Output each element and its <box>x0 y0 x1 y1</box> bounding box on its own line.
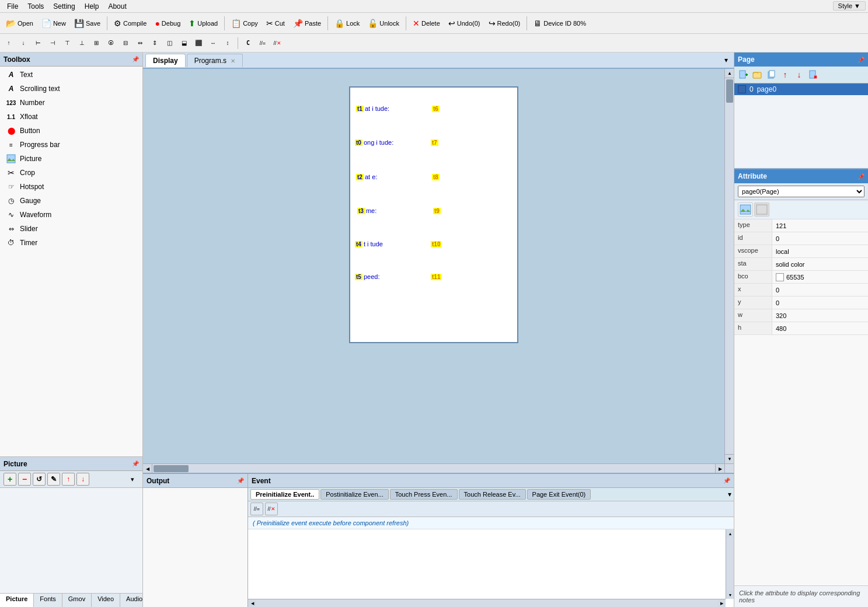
menu-setting[interactable]: Setting <box>48 1 79 12</box>
toolbox-item-button[interactable]: ⬤ Button <box>0 124 142 138</box>
menu-help[interactable]: Help <box>80 1 104 12</box>
page-down[interactable]: ↓ <box>793 68 806 81</box>
paste-button[interactable]: 📌 Paste <box>290 17 325 30</box>
hscroll-right[interactable]: ▶ <box>715 464 724 473</box>
event-tab-preinit[interactable]: Preinitialize Event.. <box>250 489 319 500</box>
picture-remove[interactable]: − <box>18 473 31 486</box>
attribute-selector[interactable]: page0(Page) <box>738 186 864 197</box>
attr-icon-secondary[interactable] <box>754 203 769 217</box>
toolbox-item-text[interactable]: A Text <box>0 68 142 82</box>
lock-button[interactable]: 🔒 Lock <box>331 17 363 30</box>
canvas-inner[interactable]: t1 at i tude: t6 t0 ong i tude: t7 t <box>143 69 724 463</box>
page-copy[interactable] <box>765 68 778 81</box>
align-top[interactable]: ⊤ <box>61 37 74 50</box>
attr-row-x[interactable]: x 0 <box>734 284 868 296</box>
picture-refresh[interactable]: ↺ <box>33 473 46 486</box>
style-button[interactable]: Style ▼ <box>833 1 866 11</box>
picture-add[interactable]: + <box>4 473 16 486</box>
tab-video[interactable]: Video <box>92 594 120 607</box>
picture-edit[interactable]: ✎ <box>47 473 60 486</box>
redo-button[interactable]: ↪ Redo(0) <box>485 17 524 30</box>
format-btn2[interactable]: // ✕ <box>271 37 284 50</box>
distribute-v[interactable]: ⊟ <box>119 37 132 50</box>
picture-down[interactable]: ↓ <box>76 473 89 486</box>
event-tab-postinit[interactable]: Postinitialize Even... <box>320 489 388 500</box>
event-vscroll[interactable]: ▲ ▼ <box>726 529 734 599</box>
menu-about[interactable]: About <box>103 1 131 12</box>
event-tab-pageexit[interactable]: Page Exit Event(0) <box>527 489 591 500</box>
cut-button[interactable]: ✂ Cut <box>263 17 288 30</box>
page-item-page0[interactable]: 0 page0 <box>734 83 868 95</box>
attr-row-w[interactable]: w 320 <box>734 309 868 322</box>
align-up[interactable]: ↑ <box>2 37 15 50</box>
toolbox-pin[interactable]: 📌 <box>132 56 139 62</box>
toolbox-item-timer[interactable]: ⏱ Timer <box>0 236 142 250</box>
align-left-edge[interactable]: ⊢ <box>32 37 44 50</box>
attr-row-type[interactable]: type 121 <box>734 219 868 232</box>
save-button[interactable]: 💾 Save <box>71 17 104 30</box>
same-height[interactable]: ⬓ <box>177 37 190 50</box>
page-new[interactable] <box>737 68 750 81</box>
canvas-vscroll[interactable]: ▲ ▼ <box>724 69 734 463</box>
attr-row-h[interactable]: h 480 <box>734 322 868 335</box>
device-button[interactable]: 🖥 Device ID 80% <box>530 17 590 30</box>
page-up[interactable]: ↑ <box>779 68 792 81</box>
open-button[interactable]: 📂 Open <box>2 17 37 30</box>
spacing-h[interactable]: ⇔ <box>134 37 147 50</box>
event-editor[interactable]: ▲ ▼ ◀ ▶ <box>248 529 734 607</box>
tab-fonts[interactable]: Fonts <box>34 594 62 607</box>
page-delete[interactable] <box>807 68 820 81</box>
event-code-btn1[interactable]: //= <box>250 503 263 515</box>
tab-dropdown[interactable]: ▾ <box>721 55 731 65</box>
attribute-pin[interactable]: 📌 <box>857 173 864 180</box>
copy-button[interactable]: 📋 Copy <box>228 17 262 30</box>
vscroll-down[interactable]: ▼ <box>725 454 734 463</box>
toolbox-item-scrolling-text[interactable]: A Scrolling text <box>0 82 142 96</box>
align-center-h[interactable]: ⊞ <box>90 37 103 50</box>
toolbox-item-number[interactable]: 123 Number <box>0 96 142 110</box>
event-vscroll-down[interactable]: ▼ <box>726 591 734 599</box>
attr-row-vscope[interactable]: vscope local <box>734 245 868 258</box>
toolbox-item-hotspot[interactable]: ☞ Hotspot <box>0 180 142 194</box>
toolbox-item-gauge[interactable]: ◷ Gauge <box>0 194 142 208</box>
attr-row-bco[interactable]: bco 65535 <box>734 271 868 284</box>
event-hscroll-right[interactable]: ▶ <box>717 599 726 607</box>
vscroll-up[interactable]: ▲ <box>725 69 734 78</box>
resize-w[interactable]: ↔ <box>207 37 219 50</box>
unlock-button[interactable]: 🔓 Unlock <box>364 17 403 30</box>
undo-button[interactable]: ↩ Undo(0) <box>445 17 484 30</box>
tab-gmov[interactable]: Gmov <box>62 594 92 607</box>
tab-program[interactable]: Program.s ✕ <box>187 54 243 67</box>
toolbox-item-xfloat[interactable]: 1.1 Xfloat <box>0 110 142 124</box>
new-button[interactable]: 📄 New <box>38 17 69 30</box>
debug-button[interactable]: ● Debug <box>151 17 184 30</box>
compile-button[interactable]: ⚙ Compile <box>110 17 150 30</box>
attr-row-sta[interactable]: sta solid color <box>734 258 868 271</box>
event-tab-touchrelease[interactable]: Touch Release Ev... <box>459 489 526 500</box>
tab-picture[interactable]: Picture <box>0 594 34 607</box>
event-pin[interactable]: 📌 <box>723 477 730 484</box>
hscroll-left[interactable]: ◀ <box>143 464 152 473</box>
picture-up[interactable]: ↑ <box>62 473 75 486</box>
event-code-btn2[interactable]: // ✕ <box>265 503 278 515</box>
spacing-v[interactable]: ⇕ <box>148 37 161 50</box>
same-size[interactable]: ⬛ <box>192 37 205 50</box>
event-hscroll[interactable]: ◀ ▶ <box>248 599 726 607</box>
align-down[interactable]: ↓ <box>17 37 30 50</box>
picture-panel-collapse[interactable]: ▾ <box>131 476 139 483</box>
align-right-edge[interactable]: ⊣ <box>46 37 59 50</box>
distribute-h[interactable]: ⦿ <box>104 37 117 50</box>
attr-row-id[interactable]: id 0 <box>734 232 868 245</box>
page-open[interactable] <box>751 68 764 81</box>
picture-pin[interactable]: 📌 <box>132 461 139 467</box>
toolbox-item-waveform[interactable]: ∿ Waveform <box>0 208 142 222</box>
event-hscroll-left[interactable]: ◀ <box>248 599 256 607</box>
code-btn[interactable]: C <box>242 37 255 50</box>
toolbox-item-slider[interactable]: ⇔ Slider <box>0 222 142 236</box>
resize-h[interactable]: ↕ <box>221 37 234 50</box>
attr-icon-image[interactable] <box>738 203 753 217</box>
event-tab-touchpress[interactable]: Touch Press Even... <box>390 489 458 500</box>
tab-display[interactable]: Display <box>145 54 186 67</box>
page-pin[interactable]: 📌 <box>857 57 864 63</box>
same-width[interactable]: ◫ <box>163 37 176 50</box>
